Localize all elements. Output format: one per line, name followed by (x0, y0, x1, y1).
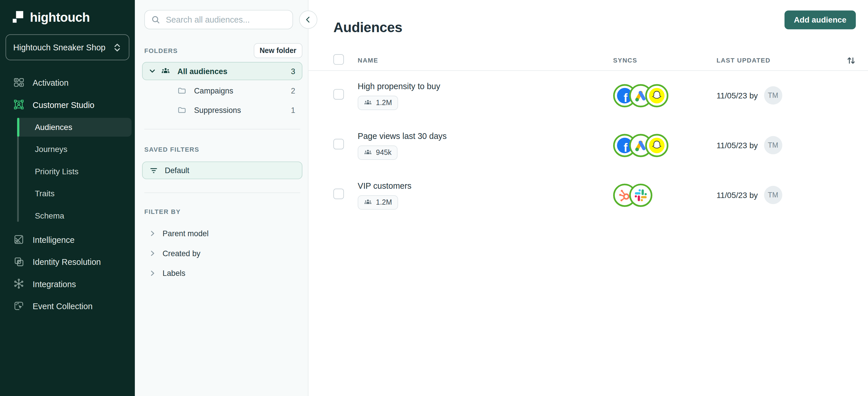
filter-label: Created by (163, 249, 200, 258)
audience-size: 1.2M (376, 99, 392, 107)
table-row[interactable]: Page views last 30 days 945k f (333, 120, 856, 170)
saved-filter-default[interactable]: Default (142, 161, 302, 179)
sidebar-item-label: Intelligence (33, 235, 75, 244)
last-updated-text: 11/05/23 by (716, 91, 758, 100)
avatar: TM (764, 136, 782, 155)
sort-icon[interactable] (846, 56, 856, 65)
search-icon (151, 15, 160, 24)
folder-item-all-audiences[interactable]: All audiences 3 (142, 62, 302, 80)
event-collection-icon (13, 301, 24, 311)
audience-size-badge: 1.2M (358, 195, 398, 210)
chevron-left-icon (304, 16, 312, 24)
folder-item-suppressions[interactable]: Suppressions 1 (142, 101, 302, 119)
row-checkbox[interactable] (333, 139, 344, 149)
sidebar-item-traits[interactable]: Traits (17, 184, 132, 203)
filter-by-list: Parent model Created by Labels (142, 223, 302, 283)
filter-parent-model[interactable]: Parent model (142, 223, 302, 243)
saved-filters-section-label: SAVED FILTERS (144, 146, 199, 152)
sidebar-item-label: Event Collection (33, 301, 93, 310)
sidebar-item-label: Customer Studio (33, 100, 94, 109)
svg-text:f: f (623, 141, 627, 153)
snapchat-sync-icon[interactable] (645, 134, 669, 157)
subnav-label: Journeys (35, 145, 67, 154)
app-window: hightouch Hightouch Sneaker Shop Activat… (0, 0, 868, 396)
page-title: Audiences (333, 9, 856, 35)
new-folder-button[interactable]: New folder (253, 43, 302, 58)
sidebar-item-identity-resolution[interactable]: Identity Resolution (0, 251, 135, 273)
chevron-updown-icon (113, 42, 122, 52)
select-all-checkbox[interactable] (333, 54, 344, 65)
table-row[interactable]: High propensity to buy 1.2M f (333, 71, 856, 120)
sidebar-item-schema[interactable]: Schema (17, 206, 132, 225)
folder-count: 1 (291, 105, 295, 114)
sidebar-item-integrations[interactable]: Integrations (0, 273, 135, 295)
sidebar-item-event-collection[interactable]: Event Collection (0, 295, 135, 317)
brand-name: hightouch (30, 9, 90, 25)
add-audience-button[interactable]: Add audience (784, 10, 856, 29)
folder-item-campaigns[interactable]: Campaigns 2 (142, 81, 302, 99)
chevron-right-icon (149, 270, 157, 277)
people-group-icon (364, 99, 372, 107)
filter-labels[interactable]: Labels (142, 264, 302, 283)
column-header-last-updated: LAST UPDATED (716, 57, 770, 64)
search-box (144, 10, 293, 29)
sidebar-nav: Activation Customer Studio Audiences Jou… (0, 71, 135, 317)
syncs-cell (613, 184, 716, 207)
panel-divider (144, 129, 300, 129)
intelligence-icon (13, 234, 24, 245)
row-checkbox[interactable] (333, 89, 344, 99)
chevron-right-icon (149, 230, 157, 237)
syncs-cell: f (613, 134, 716, 157)
workflow-icon (13, 77, 24, 88)
subnav-label: Priority Lists (35, 167, 79, 176)
folder-count: 2 (291, 86, 295, 95)
last-updated-text: 11/05/23 by (716, 141, 758, 150)
last-updated-cell: 11/05/23 by TM (716, 87, 856, 105)
people-group-icon (161, 66, 170, 75)
sidebar-item-audiences[interactable]: Audiences (17, 118, 132, 136)
subnav-label: Audiences (35, 123, 72, 132)
sidebar-item-label: Activation (33, 78, 69, 87)
folder-label: Campaigns (194, 86, 233, 95)
column-header-syncs: SYNCS (613, 57, 716, 64)
chevron-down-icon (148, 67, 157, 75)
audience-size: 945k (376, 149, 392, 157)
identity-resolution-icon (13, 256, 24, 267)
saved-filter-label: Default (165, 166, 189, 175)
filter-label: Labels (163, 269, 185, 278)
sidebar-item-journeys[interactable]: Journeys (17, 140, 132, 159)
sidebar-item-customer-studio[interactable]: Customer Studio (0, 93, 135, 116)
last-updated-cell: 11/05/23 by TM (716, 136, 856, 155)
brand-logo: hightouch (0, 9, 135, 26)
panel-divider (144, 192, 300, 193)
filter-label: Parent model (163, 229, 209, 238)
snapchat-sync-icon[interactable] (645, 84, 669, 107)
svg-text:f: f (623, 91, 627, 103)
row-checkbox[interactable] (333, 189, 344, 199)
people-group-icon (364, 149, 372, 157)
collapse-panel-button[interactable] (299, 10, 317, 29)
sidebar-item-priority-lists[interactable]: Priority Lists (17, 162, 132, 181)
workspace-name: Hightouch Sneaker Shop (13, 42, 113, 52)
filter-created-by[interactable]: Created by (142, 243, 302, 264)
hightouch-logo-icon (11, 10, 24, 24)
audience-name[interactable]: Page views last 30 days (358, 131, 613, 140)
avatar: TM (764, 87, 782, 105)
sidebar: hightouch Hightouch Sneaker Shop Activat… (0, 0, 135, 396)
folder-label: All audiences (177, 67, 227, 75)
sidebar-item-activation[interactable]: Activation (0, 71, 135, 93)
folder-list: All audiences 3 Campaigns 2 Suppressions… (142, 62, 302, 119)
sidebar-item-intelligence[interactable]: Intelligence (0, 229, 135, 250)
table-row[interactable]: VIP customers 1.2M 11/05/23 by TM (333, 170, 856, 220)
last-updated-cell: 11/05/23 by TM (716, 186, 856, 204)
audience-name[interactable]: VIP customers (358, 181, 613, 190)
workspace-selector[interactable]: Hightouch Sneaker Shop (5, 34, 129, 60)
search-input[interactable] (165, 14, 286, 25)
audience-size: 1.2M (376, 198, 392, 207)
subnav-label: Traits (35, 189, 54, 198)
sidebar-item-label: Integrations (33, 279, 76, 288)
slack-sync-icon[interactable] (629, 184, 652, 207)
sidebar-item-label: Identity Resolution (33, 257, 101, 266)
audience-size-badge: 945k (358, 145, 398, 160)
audience-name[interactable]: High propensity to buy (358, 81, 613, 90)
